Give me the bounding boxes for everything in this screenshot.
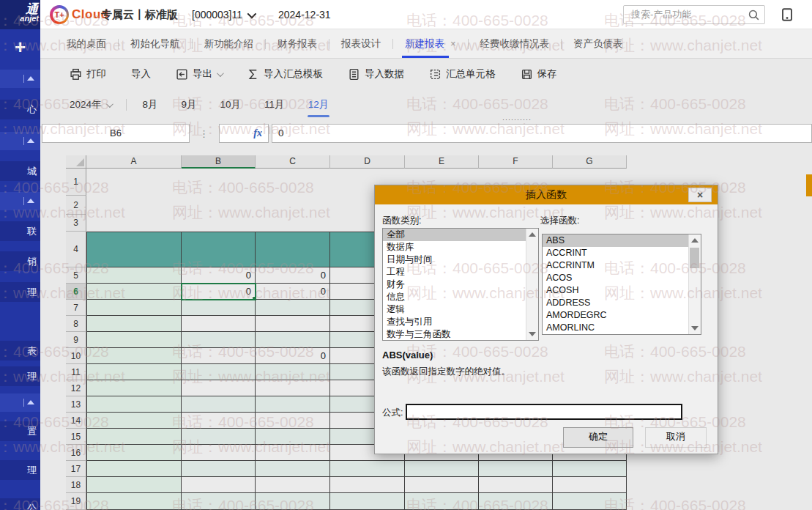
cell-B3[interactable] <box>182 215 256 232</box>
account-selector[interactable]: [000003]11 <box>192 9 254 21</box>
cell-B14[interactable] <box>182 413 256 429</box>
cell-G17[interactable] <box>553 461 627 477</box>
search-icon[interactable] <box>748 9 760 21</box>
cell-A11[interactable] <box>86 364 182 380</box>
row-header-6[interactable]: 6 <box>66 284 86 300</box>
cell-B18[interactable] <box>182 477 256 493</box>
row-header-12[interactable]: 12 <box>66 380 86 396</box>
month-tab-8月[interactable]: 8月 <box>141 94 160 116</box>
导入-button[interactable]: 导入 <box>131 67 151 81</box>
tab-新建报表[interactable]: 新建报表× <box>393 29 468 58</box>
cell-B19[interactable] <box>182 493 256 510</box>
cell-C16[interactable] <box>256 445 330 461</box>
sidebar-item-理[interactable]: 理 <box>0 282 40 302</box>
row-header-16[interactable]: 16 <box>66 445 86 461</box>
cell-B11[interactable] <box>182 364 256 380</box>
fill-handle[interactable] <box>252 296 256 300</box>
row-header-9[interactable]: 9 <box>66 332 86 348</box>
打印-button[interactable]: 打印 <box>70 67 106 81</box>
cell-A12[interactable] <box>86 380 182 396</box>
cell-B9[interactable] <box>182 332 256 348</box>
category-option-工程[interactable]: 工程 <box>383 266 538 278</box>
row-header-2[interactable]: 2 <box>66 196 86 215</box>
cell-A9[interactable] <box>86 332 182 348</box>
row-header-3[interactable]: 3 <box>66 215 86 232</box>
row-header-14[interactable]: 14 <box>66 413 86 429</box>
cell-C18[interactable] <box>256 477 330 493</box>
column-header-G[interactable]: G <box>553 155 627 169</box>
cell-A2[interactable] <box>86 196 182 215</box>
sidebar-item-心[interactable]: 心 <box>0 100 40 119</box>
cell-C8[interactable] <box>256 316 330 332</box>
formula-input[interactable]: 0 <box>272 124 812 143</box>
保存-button[interactable]: 保存 <box>521 67 557 81</box>
cell-C13[interactable] <box>256 396 330 413</box>
cell-C4[interactable] <box>256 232 330 267</box>
year-selector[interactable]: 2024年 <box>70 98 111 111</box>
cancel-button[interactable]: 取消 <box>645 427 707 448</box>
tab-资产负债表[interactable]: 资产负债表 <box>562 29 635 58</box>
cell-C9[interactable] <box>256 332 330 348</box>
汇总单元格-button[interactable]: 汇总单元格 <box>429 67 496 81</box>
sidebar-collapse-toggle[interactable] <box>0 393 40 412</box>
cell-A7[interactable] <box>86 300 182 316</box>
tab-经费收缴情况表[interactable]: 经费收缴情况表 <box>469 29 562 58</box>
cell-A10[interactable] <box>86 348 182 364</box>
cell-A19[interactable] <box>86 493 182 510</box>
cell-A15[interactable] <box>86 429 182 445</box>
function-option-ACOS[interactable]: ACOS <box>543 272 701 284</box>
dialog-close-button[interactable]: × <box>688 188 712 202</box>
category-option-数据库[interactable]: 数据库 <box>383 241 538 254</box>
tab-新功能介绍[interactable]: 新功能介绍 <box>193 29 266 58</box>
导入数据-button[interactable]: 导入数据 <box>348 67 404 81</box>
month-tab-10月[interactable]: 10月 <box>219 94 243 116</box>
cell-B1[interactable] <box>182 169 256 196</box>
function-option-ACCRINT[interactable]: ACCRINT <box>543 247 701 259</box>
cell-name-box[interactable]: B6 <box>42 124 190 143</box>
cell-C7[interactable] <box>256 300 330 316</box>
cell-C11[interactable] <box>256 364 330 380</box>
cell-A1[interactable] <box>86 169 182 196</box>
category-option-信息[interactable]: 信息 <box>383 291 538 303</box>
cell-B12[interactable] <box>182 380 256 396</box>
cell-A4[interactable] <box>86 232 182 267</box>
select-all-corner[interactable] <box>66 155 86 169</box>
row-header-18[interactable]: 18 <box>66 477 86 493</box>
cell-A6[interactable] <box>86 284 182 300</box>
sidebar-collapse-toggle[interactable] <box>0 132 40 150</box>
cell-C6[interactable]: 0 <box>256 284 330 300</box>
row-header-5[interactable]: 5 <box>66 267 86 284</box>
function-option-AMORLINC[interactable]: AMORLINC <box>543 322 701 334</box>
cell-A14[interactable] <box>86 413 182 429</box>
tab-初始化导航[interactable]: 初始化导航 <box>119 29 192 58</box>
cell-F19[interactable] <box>479 493 553 510</box>
scroll-down-icon[interactable] <box>691 326 699 330</box>
category-option-查找与引用[interactable]: 查找与引用 <box>383 316 538 328</box>
cell-B2[interactable] <box>182 196 256 215</box>
device-switch-button[interactable] <box>778 6 796 23</box>
row-header-10[interactable]: 10 <box>66 348 86 364</box>
add-button[interactable]: + <box>0 35 40 60</box>
sidebar-item-城[interactable]: 城 <box>0 161 40 181</box>
cell-B4[interactable] <box>182 232 256 267</box>
cell-A16[interactable] <box>86 445 182 461</box>
row-header-13[interactable]: 13 <box>66 396 86 413</box>
cell-D19[interactable] <box>330 493 405 510</box>
scroll-indicator[interactable] <box>806 174 812 196</box>
cell-A3[interactable] <box>86 215 182 232</box>
cell-A18[interactable] <box>86 477 182 493</box>
导出-button[interactable]: 导出 <box>176 67 222 81</box>
cell-C1[interactable] <box>256 169 330 196</box>
month-tab-11月[interactable]: 11月 <box>263 94 286 116</box>
function-option-ADDRESS[interactable]: ADDRESS <box>543 297 701 309</box>
row-header-7[interactable]: 7 <box>66 300 86 316</box>
cell-C5[interactable]: 0 <box>256 267 330 284</box>
tab-我的桌面[interactable]: 我的桌面 <box>55 29 118 58</box>
cell-B17[interactable] <box>182 461 256 477</box>
cell-C15[interactable] <box>256 429 330 445</box>
ok-button[interactable]: 确定 <box>563 427 633 448</box>
cell-A13[interactable] <box>86 396 182 413</box>
row-header-17[interactable]: 17 <box>66 461 86 477</box>
cell-A8[interactable] <box>86 316 182 332</box>
cell-B13[interactable] <box>182 396 256 413</box>
